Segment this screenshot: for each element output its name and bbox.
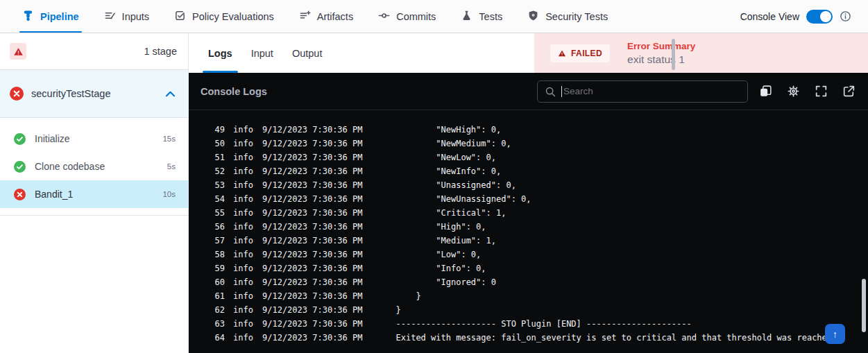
nav-tab-label: Artifacts [317, 11, 353, 22]
console-view-toggle[interactable] [806, 10, 833, 24]
nav-tab-label: Commits [396, 11, 436, 22]
warning-triangle-icon [558, 49, 566, 58]
nav-tab-tests[interactable]: Tests [461, 0, 502, 33]
top-navigation: Pipeline Inputs Policy Evaluations Artif… [0, 0, 868, 33]
log-level: info [233, 150, 255, 164]
policy-evaluations-icon [174, 10, 186, 24]
log-message: "Ignored": 0 [396, 275, 497, 289]
log-message: "Unassigned": 0, [396, 178, 516, 192]
log-line: 53 info 9/12/2023 7:30:36 PM "Unassigned… [208, 178, 868, 192]
pipeline-icon [22, 10, 34, 24]
log-message: "NewInfo": 0, [396, 164, 502, 178]
nav-tab-security-tests[interactable]: Security Tests [527, 0, 608, 33]
log-line: 63 info 9/12/2023 7:30:36 PM -----------… [208, 317, 868, 331]
log-message: "Low": 0, [396, 248, 482, 261]
step-failed-icon [14, 189, 26, 200]
log-level: info [233, 289, 255, 303]
nav-tab-artifacts[interactable]: Artifacts [299, 0, 353, 33]
arrow-up-icon: ↑ [833, 329, 837, 340]
log-level: info [233, 234, 255, 248]
tab-output[interactable]: Output [292, 33, 323, 73]
log-timestamp: 9/12/2023 7:30:36 PM [262, 164, 363, 178]
log-level: info [233, 261, 255, 275]
log-timestamp: 9/12/2023 7:30:36 PM [262, 275, 363, 289]
log-search-box[interactable] [537, 80, 748, 103]
nav-tab-commits[interactable]: Commits [378, 0, 436, 33]
step-row-clone-codebase[interactable]: Clone codebase 5s [0, 153, 188, 180]
log-timestamp: 9/12/2023 7:30:36 PM [262, 234, 363, 248]
sidebar-header: 1 stage [0, 33, 188, 70]
settings-gear-icon[interactable] [786, 84, 801, 98]
tab-logs[interactable]: Logs [208, 33, 232, 73]
log-line: 59 info 9/12/2023 7:30:36 PM "Info": 0, [208, 261, 868, 275]
fullscreen-icon[interactable] [814, 84, 828, 98]
error-summary-text: Error Summary exit status 1 [627, 41, 695, 66]
log-message: "NewUnassigned": 0, [396, 192, 531, 206]
execution-sidebar: 1 stage securityTestStage Initialize 15s… [0, 33, 189, 353]
copy-icon[interactable] [758, 84, 773, 98]
log-line-number: 53 [208, 178, 225, 192]
chevron-up-icon[interactable] [165, 91, 176, 97]
nav-tab-policy-evaluations[interactable]: Policy Evaluations [174, 0, 274, 33]
step-detail-panel: Logs Input Output FAILED Error Summary e… [189, 33, 868, 353]
log-line-number: 49 [208, 123, 225, 137]
main-content: 1 stage securityTestStage Initialize 15s… [0, 33, 868, 353]
log-timestamp: 9/12/2023 7:30:36 PM [262, 261, 363, 275]
stage-row-securityteststage[interactable]: securityTestStage [0, 70, 188, 118]
log-line: 49 info 9/12/2023 7:30:36 PM "NewHigh": … [208, 123, 868, 137]
scroll-to-top-button[interactable]: ↑ [825, 324, 845, 344]
step-row-bandit-1[interactable]: Bandit_1 10s [0, 180, 188, 208]
console-logs-panel: Console Logs 49 info [189, 73, 868, 353]
failed-badge-label: FAILED [571, 49, 602, 58]
log-timestamp: 9/12/2023 7:30:36 PM [262, 123, 363, 137]
log-timestamp: 9/12/2023 7:30:36 PM [262, 220, 363, 234]
log-message: "Critical": 1, [396, 206, 507, 220]
log-line-number: 52 [208, 164, 225, 178]
console-title: Console Logs [201, 86, 267, 97]
tests-icon [461, 10, 473, 24]
log-line: 64 info 9/12/2023 7:30:36 PM Exited with… [208, 331, 868, 345]
tab-label: Output [292, 48, 323, 59]
security-tests-icon [527, 10, 539, 24]
log-line: 56 info 9/12/2023 7:30:36 PM "High": 0, [208, 220, 868, 234]
error-summary-title: Error Summary [627, 41, 695, 51]
log-timestamp: 9/12/2023 7:30:36 PM [262, 248, 363, 261]
stage-failed-icon [10, 87, 24, 101]
nav-tab-pipeline[interactable]: Pipeline [22, 0, 79, 33]
log-timestamp: 9/12/2023 7:30:36 PM [262, 137, 363, 150]
tab-label: Input [251, 48, 273, 59]
info-icon[interactable] [840, 10, 851, 22]
log-message: "High": 0, [396, 220, 486, 234]
log-timestamp: 9/12/2023 7:30:36 PM [262, 206, 363, 220]
log-level: info [233, 331, 255, 345]
open-in-new-window-icon[interactable] [842, 84, 856, 98]
step-duration-label: 15s [162, 135, 176, 143]
log-timestamp: 9/12/2023 7:30:36 PM [262, 331, 363, 345]
log-timestamp: 9/12/2023 7:30:36 PM [262, 178, 363, 192]
log-message: -------------------- STO Plugin [END] --… [396, 317, 692, 331]
log-level: info [233, 123, 255, 137]
detail-top-strip: Logs Input Output FAILED Error Summary e… [189, 33, 868, 73]
log-line-number: 61 [208, 289, 225, 303]
nav-tab-inputs[interactable]: Inputs [104, 0, 150, 33]
log-timestamp: 9/12/2023 7:30:36 PM [262, 303, 363, 317]
log-level: info [233, 317, 255, 331]
log-timestamp: 9/12/2023 7:30:36 PM [262, 289, 363, 303]
log-line-number: 60 [208, 275, 225, 289]
log-message: "NewLow": 0, [396, 150, 497, 164]
log-timestamp: 9/12/2023 7:30:36 PM [262, 150, 363, 164]
log-message: "Info": 0, [396, 261, 486, 275]
log-timestamp: 9/12/2023 7:30:36 PM [262, 192, 363, 206]
toggle-knob [820, 11, 831, 22]
log-timestamp: 9/12/2023 7:30:36 PM [262, 317, 363, 331]
console-scrollbar-thumb[interactable] [862, 279, 866, 332]
search-input[interactable] [562, 86, 740, 96]
tab-input[interactable]: Input [251, 33, 273, 73]
step-name-label: Clone codebase [35, 161, 158, 172]
log-level: info [233, 164, 255, 178]
log-line-number: 50 [208, 137, 225, 150]
step-row-initialize[interactable]: Initialize 15s [0, 125, 188, 153]
pipeline-warning-icon [10, 43, 26, 60]
log-line-number: 55 [208, 206, 225, 220]
log-lines: 49 info 9/12/2023 7:30:36 PM "NewHigh": … [208, 123, 868, 345]
